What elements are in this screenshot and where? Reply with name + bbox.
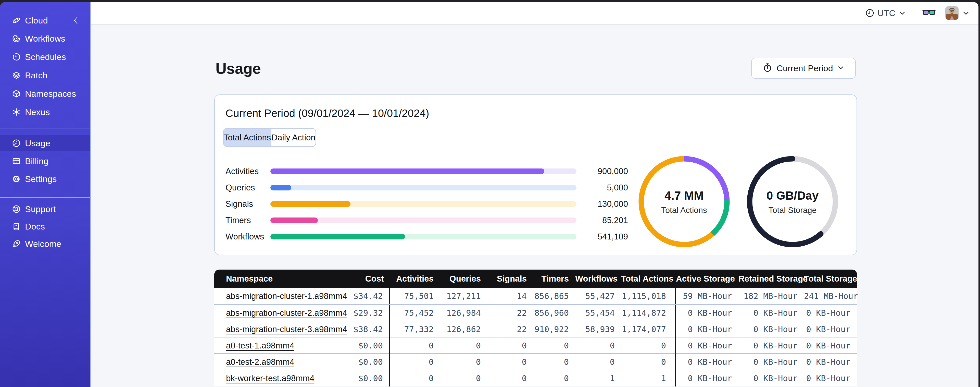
cell-total-actions: 1,115,018	[621, 288, 676, 304]
bar-value: 5,000	[576, 183, 628, 192]
main: Usage Current Period Current Period (09/…	[91, 24, 978, 387]
usage-card: Current Period (09/01/2024 — 10/01/2024)…	[214, 94, 857, 255]
bar-track	[270, 201, 576, 207]
sidebar-group-workspace: Workflows Schedules Batch Namespaces	[0, 30, 90, 120]
docs-book-icon	[12, 222, 21, 231]
namespace-link[interactable]: abs-migration-cluster-3.a98mm4	[226, 325, 347, 334]
namespace-link[interactable]: abs-migration-cluster-2.a98mm4	[226, 308, 347, 318]
sidebar-item-settings[interactable]: Settings	[0, 171, 90, 187]
bar-row-activities: Activities 900,000	[226, 163, 628, 179]
glasses-icon[interactable]	[922, 9, 935, 18]
namespaces-cube-icon	[12, 90, 21, 98]
sidebar-item-workflows[interactable]: Workflows	[0, 30, 90, 47]
bar-fill	[270, 217, 318, 223]
cell-total-actions: 1,114,872	[621, 305, 676, 321]
bar-row-queries: Queries 5,000	[226, 179, 628, 196]
cell-activities: 0	[390, 373, 440, 383]
bar-track	[270, 185, 576, 190]
cell-total-storage: 241 MB-Hour	[804, 291, 857, 301]
cell-signals: 0	[487, 373, 533, 383]
batch-layers-icon	[12, 71, 21, 80]
sidebar-item-support[interactable]: Support	[0, 201, 90, 217]
donut-center-text: 0 GB/Day Total Storage	[744, 153, 841, 250]
timezone-selector[interactable]: UTC	[865, 8, 906, 18]
sidebar-item-batch[interactable]: Batch	[0, 67, 90, 83]
sidebar-item-usage[interactable]: Usage	[0, 135, 90, 151]
namespace-link[interactable]: a0-test-2.a98mm4	[226, 357, 294, 366]
chevron-down-icon	[837, 64, 844, 72]
cell-timers: 910,922	[533, 325, 575, 334]
cell-signals: 0	[487, 357, 533, 367]
bar-row-timers: Timers 85,201	[226, 212, 628, 229]
period-selector-button[interactable]: Current Period	[751, 58, 856, 78]
sidebar-item-billing[interactable]: Billing	[0, 153, 90, 169]
cell-queries: 126,862	[440, 325, 487, 334]
tab-daily-actions[interactable]: Daily Actions	[271, 129, 316, 146]
cell-cost: $0.00	[342, 354, 390, 370]
cell-total-actions: 1	[621, 370, 676, 387]
cell-queries: 126,984	[440, 308, 487, 318]
sidebar: Cloud Workflows Schedules	[0, 2, 91, 387]
donut-center-text: 4.7 MM Total Actions	[636, 153, 733, 250]
sidebar-item-docs[interactable]: Docs	[0, 218, 90, 235]
total-actions-value: 4.7 MM	[665, 189, 703, 202]
chevron-down-icon	[898, 9, 906, 17]
sidebar-item-cloud[interactable]: Cloud	[0, 12, 90, 29]
actions-tab-group: Total Actions Daily Actions	[223, 128, 316, 147]
bar-row-signals: Signals 130,000	[226, 196, 628, 212]
cell-activities: 75,452	[390, 308, 440, 318]
sidebar-item-label: Workflows	[25, 34, 65, 44]
sidebar-item-namespaces[interactable]: Namespaces	[0, 86, 90, 102]
tab-total-actions[interactable]: Total Actions	[224, 129, 271, 146]
total-actions-donut: 4.7 MM Total Actions	[636, 153, 733, 250]
bar-fill	[270, 168, 544, 174]
support-lifebuoy-icon	[12, 205, 21, 213]
avatar[interactable]	[945, 6, 959, 20]
table-row: abs-migration-cluster-3.a98mm4 $38.42 77…	[214, 321, 857, 337]
clock-icon	[865, 8, 874, 18]
sidebar-item-nexus[interactable]: Nexus	[0, 104, 90, 120]
chevron-down-icon[interactable]	[962, 9, 970, 17]
cell-total-storage: 0 KB-Hour	[804, 341, 857, 350]
cell-workflows: 1	[575, 373, 621, 383]
cell-activities: 77,332	[390, 325, 440, 334]
period-selector-label: Current Period	[776, 63, 833, 73]
settings-gear-icon	[12, 174, 21, 183]
cell-signals: 22	[487, 308, 533, 318]
billing-card-icon	[12, 157, 21, 165]
sidebar-item-label: Settings	[25, 174, 57, 184]
namespace-link[interactable]: abs-migration-cluster-1.a98mm4	[226, 291, 347, 301]
table-row: abs-migration-cluster-2.a98mm4 $29.32 75…	[214, 304, 857, 321]
table-header-row: Namespace Cost Activities Queries Signal…	[214, 270, 857, 288]
cell-retained-storage: 0 KB-Hour	[738, 373, 804, 383]
cell-queries: 0	[440, 341, 487, 350]
cell-active-storage: 0 KB-Hour	[676, 308, 738, 318]
namespace-link[interactable]: a0-test-1.a98mm4	[226, 341, 294, 350]
bar-label: Signals	[226, 199, 270, 209]
cloud-orbit-icon	[12, 16, 21, 25]
welcome-rocket-icon	[12, 240, 21, 248]
table-row: abs-migration-cluster-1.a98mm4 $34.42 75…	[214, 288, 857, 304]
bar-row-workflows: Workflows 541,109	[226, 229, 628, 245]
table-row: a0-test-1.a98mm4 $0.00 0 0 0 0 0 0 0 KB-…	[214, 337, 857, 353]
cell-queries: 127,211	[440, 291, 487, 301]
cell-cost: $29.32	[342, 305, 390, 321]
column-header-queries: Queries	[440, 274, 487, 284]
nexus-asterisk-icon	[12, 108, 21, 117]
namespace-link[interactable]: bk-worker-test.a98mm4	[226, 373, 315, 383]
bar-track	[270, 217, 576, 223]
actions-bar-chart: Activities 900,000 Queries 5,000 Signals…	[226, 163, 628, 245]
collapse-sidebar-icon[interactable]	[72, 16, 79, 25]
bar-label: Queries	[226, 183, 270, 192]
cell-signals: 14	[487, 291, 533, 301]
cell-workflows: 55,427	[575, 291, 621, 301]
schedules-icon	[12, 53, 21, 61]
cell-cost: $34.42	[342, 288, 390, 304]
sidebar-item-schedules[interactable]: Schedules	[0, 49, 90, 65]
sidebar-item-label: Nexus	[25, 107, 50, 117]
app-window: Cloud Workflows Schedules	[0, 2, 978, 387]
cell-total-actions: 0	[621, 354, 676, 370]
sidebar-item-welcome[interactable]: Welcome	[0, 236, 90, 252]
cell-retained-storage: 0 KB-Hour	[738, 341, 804, 350]
cell-total-actions: 0	[621, 337, 676, 354]
